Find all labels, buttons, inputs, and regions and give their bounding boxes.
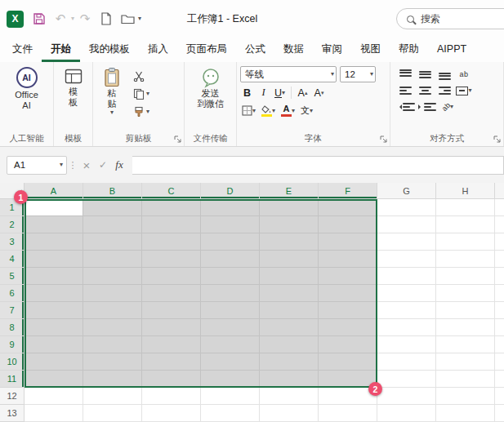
cell-A8[interactable] [25, 319, 83, 336]
cell-B9[interactable] [83, 336, 142, 353]
cell-G7[interactable] [377, 302, 436, 319]
cell-D9[interactable] [201, 336, 260, 353]
cell-B11[interactable] [83, 371, 142, 388]
increase-font-button[interactable]: A [296, 85, 310, 100]
cell-E3[interactable] [260, 233, 319, 251]
cell-H7[interactable] [436, 302, 495, 319]
cell-E5[interactable] [260, 268, 319, 285]
cell-F5[interactable] [319, 268, 377, 285]
cell-H2[interactable] [436, 216, 495, 233]
cell-F13[interactable] [319, 405, 377, 422]
cell-B8[interactable] [83, 319, 142, 336]
row-header-9[interactable]: 9 [0, 336, 25, 353]
excel-app-icon[interactable] [7, 11, 24, 28]
save-icon[interactable] [30, 10, 48, 28]
cell-H1[interactable] [436, 199, 495, 216]
cell-C5[interactable] [142, 268, 201, 285]
cell-E8[interactable] [260, 319, 319, 336]
cell-E2[interactable] [260, 216, 319, 233]
cell-A9[interactable] [25, 336, 83, 353]
row-header-7[interactable]: 7 [0, 302, 25, 319]
font-color-button[interactable]: A [279, 103, 297, 118]
cell-C7[interactable] [142, 302, 201, 319]
column-header-A[interactable]: A [25, 183, 83, 199]
cell-G9[interactable] [377, 336, 436, 353]
cell-E13[interactable] [260, 405, 319, 422]
column-header-C[interactable]: C [142, 183, 201, 199]
cell-G3[interactable] [377, 233, 436, 251]
cell-H3[interactable] [436, 233, 495, 251]
formula-bar-handle-icon[interactable] [67, 159, 78, 171]
cell-E12[interactable] [260, 388, 319, 405]
cell-F7[interactable] [319, 302, 377, 319]
cell-G12[interactable] [377, 388, 436, 405]
cell-F6[interactable] [319, 285, 377, 302]
column-header-F[interactable]: F [319, 183, 377, 199]
ribbon-tab-7[interactable]: 审阅 [313, 38, 351, 62]
cell-D13[interactable] [201, 405, 260, 422]
cell-E9[interactable] [260, 336, 319, 353]
cell-B13[interactable] [83, 405, 142, 422]
cell-E6[interactable] [260, 285, 319, 302]
font-dialog-launcher[interactable] [379, 135, 388, 144]
cell-G11[interactable] [377, 371, 436, 388]
column-header-D[interactable]: D [201, 183, 260, 199]
cell-G4[interactable] [377, 251, 436, 268]
new-file-icon[interactable] [97, 10, 115, 28]
formula-input[interactable] [132, 156, 504, 175]
align-bottom-button[interactable] [436, 67, 453, 82]
cell-A13[interactable] [25, 405, 83, 422]
cell-H4[interactable] [436, 251, 495, 268]
bold-button[interactable]: B [240, 85, 254, 100]
decrease-font-button[interactable]: A [312, 85, 326, 100]
format-painter-button[interactable] [131, 104, 152, 119]
ribbon-tab-8[interactable]: 视图 [351, 38, 390, 62]
cell-D7[interactable] [201, 302, 260, 319]
cell-H5[interactable] [436, 268, 495, 285]
underline-button[interactable]: U [273, 85, 287, 100]
send-to-wechat-button[interactable]: 发送 到微信 [194, 64, 227, 132]
cell-A2[interactable] [25, 216, 83, 233]
cell-G2[interactable] [377, 216, 436, 233]
cell-A4[interactable] [25, 251, 83, 268]
align-right-button[interactable] [436, 83, 453, 98]
alignment-dialog-launcher[interactable] [493, 135, 502, 144]
cell-B10[interactable] [83, 353, 142, 371]
cell-H13[interactable] [436, 405, 495, 422]
cell-C4[interactable] [142, 251, 201, 268]
cell-C11[interactable] [142, 371, 201, 388]
cell-A3[interactable] [25, 233, 83, 251]
cell-D12[interactable] [201, 388, 260, 405]
row-header-4[interactable]: 4 [0, 251, 25, 268]
cell-A5[interactable] [25, 268, 83, 285]
cell-B2[interactable] [83, 216, 142, 233]
align-middle-button[interactable] [417, 67, 433, 82]
cut-button[interactable] [131, 68, 152, 83]
cell-H6[interactable] [436, 285, 495, 302]
ribbon-tab-10[interactable]: AIPPT [428, 38, 475, 62]
cell-H12[interactable] [436, 388, 495, 405]
cell-C8[interactable] [142, 319, 201, 336]
undo-icon[interactable] [51, 10, 69, 28]
cell-D10[interactable] [201, 353, 260, 371]
cell-F9[interactable] [319, 336, 377, 353]
template-button[interactable]: 模 板 [60, 64, 87, 132]
row-header-11[interactable]: 11 [0, 371, 25, 388]
cell-G1[interactable] [377, 199, 436, 216]
increase-indent-button[interactable] [418, 100, 436, 114]
cell-G10[interactable] [377, 353, 436, 371]
cell-F10[interactable] [319, 353, 377, 371]
cell-A7[interactable] [25, 302, 83, 319]
ribbon-tab-4[interactable]: 页面布局 [177, 38, 236, 62]
cell-B3[interactable] [83, 233, 142, 251]
align-center-button[interactable] [417, 83, 433, 98]
cell-A11[interactable] [25, 371, 83, 388]
wrap-text-button[interactable]: ab [456, 67, 472, 82]
cell-G6[interactable] [377, 285, 436, 302]
row-header-8[interactable]: 8 [0, 319, 25, 336]
undo-dropdown-icon[interactable] [71, 16, 74, 22]
row-header-10[interactable]: 10 [0, 353, 25, 371]
ribbon-tab-3[interactable]: 插入 [139, 38, 177, 62]
ribbon-tab-6[interactable]: 数据 [274, 38, 313, 62]
cell-D5[interactable] [201, 268, 260, 285]
